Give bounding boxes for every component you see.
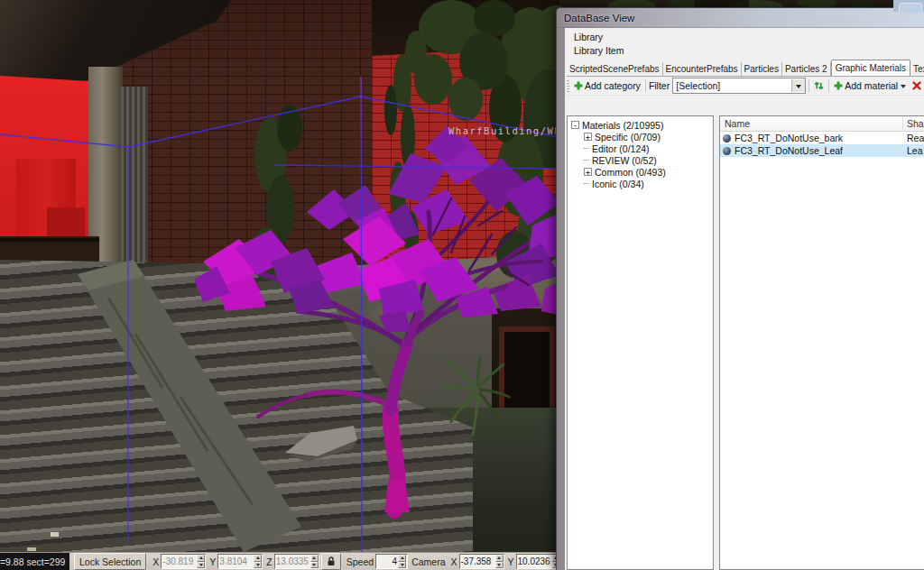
tree-item-common[interactable]: + Common (0/493) [568, 166, 713, 178]
library-label: Library [565, 28, 924, 43]
editor-status-bar: t=9.88 sect=299 Lock Selection X -30.819… [0, 552, 581, 570]
material-shader: Rea [907, 133, 924, 143]
plus-icon [834, 82, 842, 90]
column-header-name[interactable]: Name [725, 118, 750, 129]
background-window-tab-shape [899, 3, 922, 13]
tree-item-label: Editor (0/124) [592, 143, 650, 154]
pos-y-label: Y [209, 556, 216, 567]
cam-y-label: Y [508, 556, 514, 567]
fern [444, 357, 509, 435]
spinner-arrows[interactable] [254, 555, 262, 568]
toolbar-grip[interactable] [567, 80, 569, 92]
padlock-icon [327, 556, 336, 566]
pos-y-value: 3.8104 [218, 556, 254, 566]
add-material-button[interactable]: Add material [832, 79, 908, 92]
stone-ramp [78, 260, 301, 552]
speed-label: Speed [346, 556, 374, 567]
camera-label: Camera [411, 556, 445, 567]
material-sphere-icon [723, 134, 731, 142]
tree-leaf-dash [584, 183, 589, 184]
expand-expander-icon[interactable]: + [584, 168, 592, 176]
materials-toolbar: Add category Filter [Selection] [565, 77, 924, 96]
toolbar-separator [808, 79, 809, 92]
tree-leaf-dash [584, 148, 589, 149]
tree-item-editor[interactable]: Editor (0/124) [568, 142, 713, 154]
tab-encounter-prefabs[interactable]: EncounterPrefabs [663, 62, 742, 76]
material-name: FC3_RT_DoNotUse_Leaf [735, 145, 843, 156]
material-shader: Lea [907, 145, 923, 156]
collapse-expander-icon[interactable]: - [571, 121, 579, 129]
list-header: Name Sha [720, 116, 924, 132]
plus-icon [574, 82, 582, 90]
add-material-label: Add material [845, 80, 898, 91]
tree-item-label: Materials (2/10995) [582, 120, 663, 131]
add-category-label: Add category [585, 80, 641, 91]
tree-item-specific[interactable]: + Specific (0/709) [568, 131, 713, 142]
pos-z-value: 13.0335 [275, 556, 310, 566]
pos-x-label: X [152, 556, 159, 567]
red-x-icon [912, 81, 921, 90]
speed-spinner[interactable]: 4 [375, 554, 408, 569]
pos-x-spinner[interactable]: -30.819 [161, 554, 206, 569]
toolbar-separator [828, 79, 829, 92]
add-category-button[interactable]: Add category [572, 79, 642, 92]
pos-z-label: Z [266, 556, 272, 567]
cam-y-spinner[interactable]: 10.0236 [516, 554, 561, 569]
window-titlebar[interactable]: DataBase View [557, 8, 924, 28]
speed-value: 4 [376, 556, 398, 566]
tab-particles[interactable]: Particles [742, 62, 782, 76]
database-view-client: Library Library Item ScriptedScenePrefab… [565, 28, 924, 570]
pos-z-spinner[interactable]: 13.0335 [274, 554, 319, 569]
spinner-arrows[interactable] [495, 555, 504, 568]
tree-item-label: Common (0/493) [595, 167, 666, 178]
toolbar-separator [645, 79, 646, 92]
tree-item-iconic[interactable]: Iconic (0/34) [568, 178, 713, 189]
category-tree: - Materials (2/10995) + Specific (0/709)… [567, 115, 714, 570]
spinner-arrows[interactable] [197, 555, 205, 568]
window-title: DataBase View [564, 13, 634, 23]
cam-x-value: -37.358 [460, 556, 495, 566]
database-view-window: DataBase View Library Library Item Scrip… [556, 7, 924, 570]
chevron-down-icon [901, 85, 906, 91]
tree-item-review[interactable]: REVIEW (0/52) [568, 154, 713, 166]
lock-axes-button[interactable] [321, 553, 341, 570]
sector-info-text: t=9.88 sect=299 [0, 553, 69, 570]
tree-item-label: Iconic (0/34) [592, 179, 644, 189]
tab-strip: ScriptedScenePrefabs EncounterPrefabs Pa… [567, 59, 924, 77]
spinner-arrows[interactable] [310, 555, 319, 568]
remove-material-button[interactable]: Remove mat [910, 79, 924, 92]
cam-x-label: X [450, 556, 457, 567]
filter-value: [Selection] [673, 80, 791, 91]
spinner-arrows[interactable] [398, 555, 406, 568]
material-sphere-icon [723, 147, 731, 155]
tree-item-materials[interactable]: - Materials (2/10995) [568, 119, 713, 131]
expand-expander-icon[interactable]: + [584, 133, 592, 141]
filter-label: Filter [649, 80, 670, 91]
trunk-base [384, 482, 410, 512]
material-row-leaf[interactable]: FC3_RT_DoNotUse_Leaf Lea [720, 144, 924, 157]
lock-selection-button[interactable]: Lock Selection [74, 553, 146, 570]
column-header-shader[interactable]: Sha [907, 118, 924, 129]
sync-icon [814, 80, 824, 91]
tab-particles-2[interactable]: Particles 2 [782, 62, 831, 76]
rock-slab [285, 426, 357, 462]
filter-combobox[interactable]: [Selection] [672, 78, 806, 94]
pos-y-spinner[interactable]: 3.8104 [217, 554, 263, 569]
tab-texture-layers[interactable]: Texture Layers [910, 62, 924, 76]
column-divider[interactable] [902, 117, 903, 130]
material-name: FC3_RT_DoNotUse_bark [735, 133, 843, 143]
material-row-bark[interactable]: FC3_RT_DoNotUse_bark Rea [720, 132, 924, 144]
materials-list: Name Sha FC3_RT_DoNotUse_bark Rea FC3_RT… [719, 115, 924, 570]
tree-leaf-dash [584, 160, 589, 161]
combobox-dropdown-button[interactable] [791, 79, 805, 92]
refresh-button[interactable] [812, 79, 826, 92]
library-item-label: Library Item [565, 43, 924, 57]
tab-graphic-materials[interactable]: Graphic Materials [831, 60, 910, 77]
tab-scripted-scene-prefabs[interactable]: ScriptedScenePrefabs [567, 62, 663, 76]
pos-x-value: -30.819 [162, 556, 197, 566]
cam-x-spinner[interactable]: -37.358 [459, 554, 504, 569]
tree-item-label: Specific (0/709) [595, 132, 661, 142]
materials-content: - Materials (2/10995) + Specific (0/709)… [565, 115, 924, 570]
tree-item-label: REVIEW (0/52) [592, 155, 657, 166]
cam-y-value: 10.0236 [517, 556, 552, 566]
